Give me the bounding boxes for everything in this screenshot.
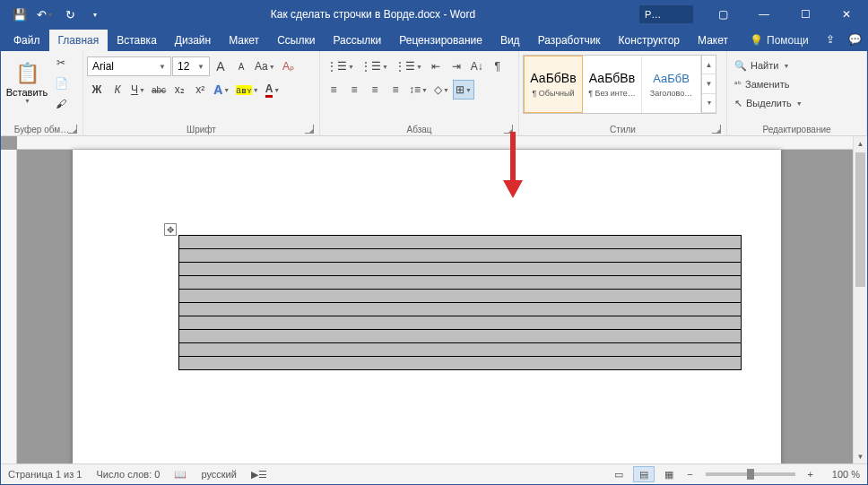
table-row[interactable] — [179, 249, 742, 263]
replace-button[interactable]: ᵃᵇЗаменить — [731, 75, 793, 93]
tab-design[interactable]: Дизайн — [166, 30, 220, 51]
print-layout-button[interactable]: ▤ — [633, 466, 655, 482]
dialog-launcher-icon[interactable] — [504, 125, 513, 134]
zoom-level[interactable]: 100 % — [820, 469, 860, 480]
table-row[interactable] — [179, 276, 742, 290]
font-size-combo[interactable]: 12▼ — [172, 56, 210, 76]
cut-button[interactable]: ✂ — [51, 53, 71, 73]
strikethrough-button[interactable]: abc — [149, 80, 169, 100]
tell-me[interactable]: 💡Помощи — [741, 30, 818, 51]
table-cell[interactable] — [179, 263, 742, 276]
tab-layout[interactable]: Макет — [220, 30, 268, 51]
share-button[interactable]: ⇪ — [818, 28, 843, 51]
tab-references[interactable]: Ссылки — [268, 30, 324, 51]
tab-mailings[interactable]: Рассылки — [324, 30, 390, 51]
underline-button[interactable]: Ч▼ — [128, 80, 148, 100]
minimize-button[interactable]: — — [743, 1, 785, 28]
close-button[interactable]: ✕ — [826, 1, 867, 28]
bullets-button[interactable]: ⋮☰▼ — [324, 56, 357, 76]
align-left-button[interactable]: ≡ — [324, 80, 343, 100]
superscript-button[interactable]: x² — [190, 80, 210, 100]
undo-button[interactable]: ↶▼ — [33, 3, 56, 26]
style-no-spacing[interactable]: АаБбВв ¶ Без инте… — [583, 56, 642, 113]
style-heading1[interactable]: АаБбВ Заголово… — [642, 56, 701, 113]
find-button[interactable]: 🔍Найти▼ — [731, 56, 793, 74]
change-case-button[interactable]: Aa▼ — [252, 56, 278, 76]
user-badge[interactable]: P… — [639, 5, 693, 23]
highlight-button[interactable]: aʙʏ▼ — [233, 80, 262, 100]
table-cell[interactable] — [179, 303, 742, 316]
decrease-indent-button[interactable]: ⇤ — [426, 56, 446, 76]
multilevel-button[interactable]: ⋮☰▼ — [392, 56, 425, 76]
page-indicator[interactable]: Страница 1 из 1 — [8, 469, 82, 480]
table-row[interactable] — [179, 263, 742, 276]
table-row[interactable] — [179, 236, 742, 249]
copy-button[interactable]: 📄 — [51, 74, 71, 93]
clear-formatting-button[interactable]: Aᵨ — [279, 56, 299, 76]
tab-developer[interactable]: Разработчик — [529, 30, 610, 51]
font-name-combo[interactable]: Arial▼ — [87, 56, 171, 76]
qat-customize[interactable]: ▾ — [83, 3, 107, 26]
bold-button[interactable]: Ж — [87, 80, 107, 100]
scroll-thumb[interactable] — [855, 152, 865, 287]
justify-button[interactable]: ≡ — [386, 80, 405, 100]
numbering-button[interactable]: ⋮☰▼ — [358, 56, 391, 76]
table-row[interactable] — [179, 330, 742, 343]
language-indicator[interactable]: русский — [201, 469, 236, 480]
table-cell[interactable] — [179, 249, 742, 263]
word-count[interactable]: Число слов: 0 — [96, 469, 160, 480]
shrink-font-button[interactable]: A — [231, 56, 251, 76]
align-right-button[interactable]: ≡ — [365, 80, 385, 100]
borders-button[interactable]: ⊞▼ — [453, 80, 474, 100]
format-painter-button[interactable]: 🖌 — [51, 94, 71, 114]
scroll-down-button[interactable]: ▼ — [854, 449, 867, 463]
table-move-handle[interactable]: ✥ — [164, 223, 177, 236]
grow-font-button[interactable]: A — [211, 56, 230, 76]
table-cell[interactable] — [179, 276, 742, 290]
table-row[interactable] — [179, 303, 742, 316]
tab-insert[interactable]: Вставка — [108, 30, 166, 51]
redo-button[interactable]: ↻ — [58, 3, 82, 26]
zoom-out-button[interactable]: − — [683, 469, 696, 480]
tab-home[interactable]: Главная — [49, 30, 108, 51]
vertical-ruler[interactable] — [1, 150, 17, 463]
paste-button[interactable]: 📋 Вставить ▼ — [4, 53, 49, 112]
table-row[interactable] — [179, 290, 742, 303]
show-marks-button[interactable]: ¶ — [488, 56, 508, 76]
select-button[interactable]: ↖Выделить▼ — [731, 94, 806, 112]
font-color-button[interactable]: A▼ — [263, 80, 283, 100]
table-cell[interactable] — [179, 330, 742, 343]
table-cell[interactable] — [179, 343, 742, 357]
macro-icon[interactable]: ▶☰ — [251, 469, 267, 481]
italic-button[interactable]: К — [108, 80, 127, 100]
style-normal[interactable]: АаБбВв ¶ Обычный — [524, 56, 583, 113]
maximize-button[interactable]: ☐ — [785, 1, 826, 28]
vertical-scrollbar[interactable]: ▲ ▼ — [853, 136, 867, 463]
table-cell[interactable] — [179, 357, 742, 370]
dialog-launcher-icon[interactable] — [712, 125, 721, 134]
comments-button[interactable]: 💬 — [843, 28, 868, 51]
tab-review[interactable]: Рецензирование — [390, 30, 491, 51]
proofing-icon[interactable]: 📖 — [174, 469, 187, 481]
align-center-button[interactable]: ≡ — [344, 80, 364, 100]
tab-table-design[interactable]: Конструктор — [610, 30, 689, 51]
zoom-slider[interactable] — [706, 472, 795, 476]
ribbon-display-options[interactable]: ▢ — [702, 1, 743, 28]
horizontal-ruler[interactable] — [17, 136, 853, 150]
tab-view[interactable]: Вид — [491, 30, 529, 51]
tab-file[interactable]: Файл — [4, 30, 49, 51]
styles-more[interactable]: ▲▼▾ — [701, 56, 716, 113]
save-button[interactable]: 💾 — [8, 3, 31, 26]
document-table[interactable] — [178, 235, 742, 370]
dialog-launcher-icon[interactable] — [68, 125, 77, 134]
zoom-in-button[interactable]: + — [804, 469, 817, 480]
read-mode-button[interactable]: ▭ — [608, 466, 629, 482]
tab-table-layout[interactable]: Макет — [689, 30, 737, 51]
shading-button[interactable]: ◇▼ — [431, 80, 452, 100]
table-cell[interactable] — [179, 316, 742, 330]
subscript-button[interactable]: x₂ — [169, 80, 189, 100]
table-row[interactable] — [179, 343, 742, 357]
line-spacing-button[interactable]: ↕≡▼ — [406, 80, 430, 100]
table-row[interactable] — [179, 316, 742, 330]
text-effects-button[interactable]: A▼ — [211, 80, 232, 100]
